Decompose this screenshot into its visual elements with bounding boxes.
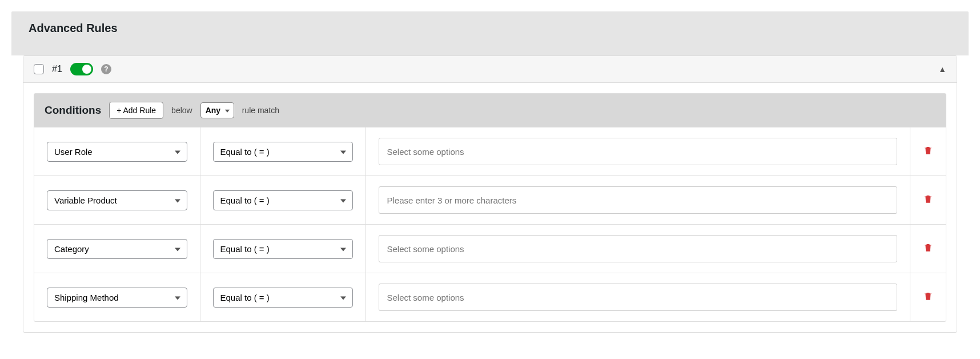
trash-icon[interactable] <box>923 290 933 302</box>
trash-icon[interactable] <box>923 242 933 253</box>
rule-enabled-toggle[interactable] <box>70 63 93 75</box>
rule-card: #1 ? ▲ Conditions + Add Rule below Any r <box>23 55 957 333</box>
add-rule-button[interactable]: + Add Rule <box>109 102 163 119</box>
operator-select-wrap: Equal to ( = ) <box>213 190 353 210</box>
collapse-icon[interactable]: ▲ <box>938 65 946 74</box>
field-select-wrap: Shipping Method <box>47 288 187 308</box>
rule-header: #1 ? ▲ <box>23 56 957 83</box>
table-row: User Role Equal to ( = ) <box>34 127 946 176</box>
field-select-wrap: User Role <box>47 142 187 162</box>
below-label: below <box>171 106 192 115</box>
panel-title: Advanced Rules <box>11 11 969 45</box>
field-select[interactable]: Variable Product <box>47 190 187 210</box>
operator-select[interactable]: Equal to ( = ) <box>213 142 353 162</box>
value-multiselect[interactable]: Select some options <box>379 235 898 262</box>
operator-select[interactable]: Equal to ( = ) <box>213 288 353 308</box>
operator-select-wrap: Equal to ( = ) <box>213 239 353 259</box>
value-multiselect[interactable]: Please enter 3 or more characters <box>379 186 898 214</box>
rule-checkbox[interactable] <box>34 64 44 74</box>
table-row: Category Equal to ( = ) <box>34 225 946 273</box>
help-icon[interactable]: ? <box>101 64 111 74</box>
operator-select[interactable]: Equal to ( = ) <box>213 239 353 259</box>
operator-select-wrap: Equal to ( = ) <box>213 288 353 308</box>
operator-select[interactable]: Equal to ( = ) <box>213 190 353 210</box>
field-select-wrap: Variable Product <box>47 190 187 210</box>
trash-icon[interactable] <box>923 145 933 156</box>
value-multiselect[interactable]: Select some options <box>379 138 898 165</box>
advanced-rules-panel: Advanced Rules #1 ? ▲ Conditions + Add R… <box>11 11 969 333</box>
field-select[interactable]: User Role <box>47 142 187 162</box>
table-row: Variable Product Equal to ( = ) <box>34 176 946 225</box>
operator-select-wrap: Equal to ( = ) <box>213 142 353 162</box>
trash-icon[interactable] <box>923 193 933 205</box>
match-select[interactable]: Any <box>200 102 234 118</box>
rule-number: #1 <box>52 64 62 74</box>
field-select[interactable]: Category <box>47 239 187 259</box>
value-multiselect[interactable]: Select some options <box>379 284 898 311</box>
rule-match-label: rule match <box>242 106 279 115</box>
conditions-header: Conditions + Add Rule below Any rule mat… <box>34 94 946 127</box>
panel-body: #1 ? ▲ Conditions + Add Rule below Any r <box>11 55 969 333</box>
conditions-title: Conditions <box>45 104 101 117</box>
table-row: Shipping Method Equal to ( = ) <box>34 273 946 322</box>
match-select-wrap: Any <box>200 102 234 118</box>
field-select-wrap: Category <box>47 239 187 259</box>
field-select[interactable]: Shipping Method <box>47 288 187 308</box>
conditions-panel: Conditions + Add Rule below Any rule mat… <box>34 93 946 322</box>
conditions-table: User Role Equal to ( = ) <box>34 127 946 321</box>
